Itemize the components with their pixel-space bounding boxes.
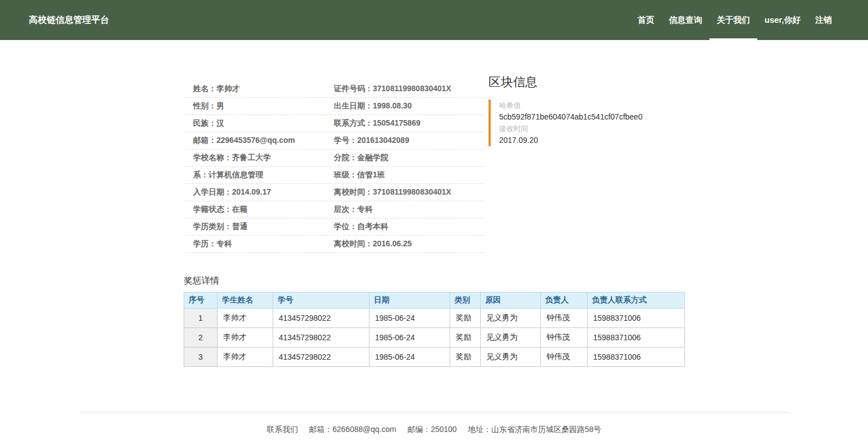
info-left-cell: 邮箱：2296453576@qq.com (193, 136, 334, 146)
rewards-column-header: 原因 (481, 292, 541, 309)
table-cell: 奖励 (450, 347, 481, 367)
info-row: 入学日期：2014.09.17离校时间：37108119980830401X (184, 184, 484, 201)
footer-segment: 联系我们 (267, 425, 298, 434)
table-cell: 奖励 (450, 309, 481, 328)
info-left-cell: 民族：汉 (193, 118, 334, 128)
info-row: 邮箱：2296453576@qq.com学号：201613042089 (184, 132, 484, 150)
info-right-cell: 出生日期：1998.08.30 (334, 101, 484, 111)
info-row: 学校名称：齐鲁工大学分院：金融学院 (184, 150, 484, 167)
nav-item-user-greeting[interactable]: user,你好 (757, 0, 808, 40)
info-right-cell: 层次：专科 (334, 205, 484, 215)
hash-value: 5cb592f871be604074ab1c541cf07cfbee0 (499, 111, 684, 123)
receive-time-value: 2017.09.20 (499, 135, 684, 146)
info-right-cell: 离校时间：2016.06.25 (334, 239, 484, 249)
info-left-cell: 性别：男 (193, 101, 334, 111)
table-row: 2李帅才4134572980221985-06-24奖励见义勇为钟伟茂15988… (184, 328, 685, 347)
info-left-cell: 学历：专科 (193, 239, 334, 249)
table-cell: 奖励 (450, 328, 481, 347)
table-cell: 15988371006 (588, 309, 685, 328)
info-left-cell: 学历类别：普通 (193, 222, 334, 232)
table-cell: 413457298022 (273, 309, 369, 328)
table-cell: 李帅才 (218, 309, 273, 328)
table-cell: 15988371006 (588, 347, 685, 367)
nav-item-about-us[interactable]: 关于我们 (709, 0, 757, 40)
footer-segment: 地址：山东省济南市历城区桑园路58号 (468, 425, 601, 434)
info-left-cell: 入学日期：2014.09.17 (193, 187, 334, 197)
block-info-panel: 区块信息 哈希值 5cb592f871be604074ab1c541cf07cf… (489, 74, 684, 146)
info-right-cell: 学位：自考本科 (334, 222, 484, 232)
nav-item-home[interactable]: 首页 (630, 0, 662, 40)
rewards-column-header: 负责人 (541, 292, 588, 309)
info-right-cell: 联系方式：15054175869 (334, 118, 484, 128)
page-footer: 联系我们邮箱：6266088@qq.com邮编：250100地址：山东省济南市历… (0, 412, 868, 442)
info-right-cell: 班级：信管1班 (334, 170, 484, 180)
row-index-cell: 2 (184, 328, 218, 347)
info-row: 系：计算机信息管理班级：信管1班 (184, 167, 484, 184)
footer-segment: 邮箱：6266088@qq.com (309, 425, 397, 434)
table-cell: 1985-06-24 (369, 309, 450, 328)
hash-label: 哈希值 (499, 100, 684, 111)
info-row: 民族：汉联系方式：15054175869 (184, 115, 484, 132)
table-cell: 1985-06-24 (369, 328, 450, 347)
rewards-column-header: 日期 (369, 292, 450, 309)
block-info-body: 哈希值 5cb592f871be604074ab1c541cf07cfbee0 … (489, 100, 684, 146)
rewards-column-header: 学号 (273, 292, 369, 309)
row-index-cell: 3 (184, 347, 218, 367)
info-left-cell: 系：计算机信息管理 (193, 170, 334, 180)
table-cell: 413457298022 (273, 328, 369, 347)
info-row: 学历类别：普通学位：自考本科 (184, 218, 484, 236)
table-cell: 钟伟茂 (541, 328, 588, 347)
receive-time-label: 接收时间 (499, 123, 684, 135)
table-cell: 1985-06-24 (369, 347, 450, 367)
info-row: 性别：男出生日期：1998.08.30 (184, 98, 484, 115)
rewards-section: 奖惩详情 序号学生姓名学号日期类别原因负责人负责人联系方式 1李帅才413457… (184, 275, 684, 367)
table-cell: 见义勇为 (481, 309, 541, 328)
table-cell: 见义勇为 (481, 347, 541, 367)
main-content: 姓名：李帅才证件号码：37108119980830401X性别：男出生日期：19… (184, 81, 684, 367)
rewards-column-header: 学生姓名 (218, 292, 273, 309)
app-header: 高校链信息管理平台 首页信息查询关于我们user,你好注销 (0, 0, 868, 40)
rewards-column-header: 类别 (450, 292, 481, 309)
student-profile-section: 姓名：李帅才证件号码：37108119980830401X性别：男出生日期：19… (184, 81, 684, 253)
rewards-table-body: 1李帅才4134572980221985-06-24奖励见义勇为钟伟茂15988… (184, 309, 685, 367)
info-left-cell: 学校名称：齐鲁工大学 (193, 153, 334, 163)
nav-item-info-query[interactable]: 信息查询 (662, 0, 709, 40)
student-info-list: 姓名：李帅才证件号码：37108119980830401X性别：男出生日期：19… (184, 81, 484, 253)
table-cell: 李帅才 (218, 347, 273, 367)
rewards-column-header: 序号 (184, 292, 218, 309)
block-info-title: 区块信息 (489, 74, 684, 91)
table-row: 3李帅才4134572980221985-06-24奖励见义勇为钟伟茂15988… (184, 347, 685, 367)
rewards-title: 奖惩详情 (184, 275, 684, 287)
info-row: 学历：专科离校时间：2016.06.25 (184, 236, 484, 253)
info-left-cell: 姓名：李帅才 (193, 84, 334, 94)
main-nav: 首页信息查询关于我们user,你好注销 (630, 0, 839, 40)
footer-contact-text: 联系我们邮箱：6266088@qq.com邮编：250100地址：山东省济南市历… (0, 425, 868, 435)
rewards-column-header: 负责人联系方式 (588, 292, 685, 309)
nav-item-logout[interactable]: 注销 (808, 0, 839, 40)
info-right-cell: 证件号码：37108119980830401X (334, 84, 484, 94)
table-cell: 钟伟茂 (541, 309, 588, 328)
info-right-cell: 分院：金融学院 (334, 153, 484, 163)
table-cell: 李帅才 (218, 328, 273, 347)
row-index-cell: 1 (184, 309, 218, 328)
footer-divider (79, 412, 789, 413)
rewards-table-header-row: 序号学生姓名学号日期类别原因负责人负责人联系方式 (184, 292, 685, 309)
table-cell: 15988371006 (588, 328, 685, 347)
info-row: 姓名：李帅才证件号码：37108119980830401X (184, 81, 484, 98)
rewards-table: 序号学生姓名学号日期类别原因负责人负责人联系方式 1李帅才41345729802… (184, 292, 685, 367)
info-row: 学籍状态：在籍层次：专科 (184, 201, 484, 218)
table-cell: 见义勇为 (481, 328, 541, 347)
info-left-cell: 学籍状态：在籍 (193, 205, 334, 215)
table-row: 1李帅才4134572980221985-06-24奖励见义勇为钟伟茂15988… (184, 309, 685, 328)
footer-segment: 邮编：250100 (407, 425, 457, 434)
table-cell: 413457298022 (273, 347, 369, 367)
info-right-cell: 学号：201613042089 (334, 136, 484, 146)
info-right-cell: 离校时间：37108119980830401X (334, 187, 484, 197)
table-cell: 钟伟茂 (541, 347, 588, 367)
brand-title[interactable]: 高校链信息管理平台 (29, 0, 109, 40)
